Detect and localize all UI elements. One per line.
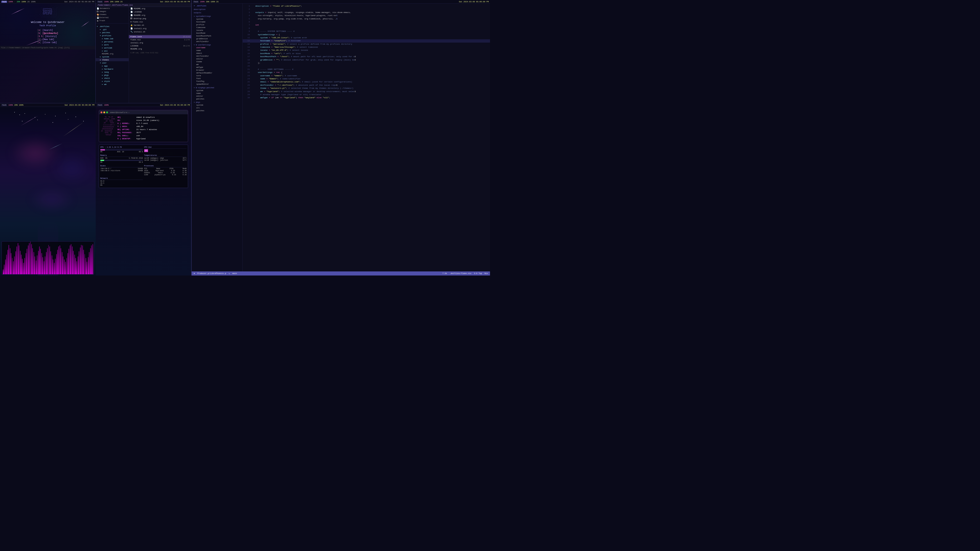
eft-spawnedit[interactable]: spawnEditor bbox=[192, 83, 242, 86]
eft-pkgs-patches[interactable]: patches bbox=[192, 110, 242, 112]
fm-files-panel[interactable]: 📄 README.org 📄 LICENSE 📄 README.org 🖼 de… bbox=[129, 7, 191, 103]
fm-tree-readme-profiles[interactable]: README.org bbox=[96, 52, 129, 55]
fm-tree-dotfiles[interactable]: ▾ .dotfiles bbox=[96, 25, 129, 28]
eft-fontpkg[interactable]: fontPkg bbox=[192, 80, 242, 83]
eft-email[interactable]: email bbox=[192, 52, 242, 55]
nf-stat-uptime: BE| UPTIME: 21 hours 7 minutes bbox=[118, 128, 186, 131]
fm-file-flakenix[interactable]: flake.nix 2.2 K bbox=[129, 38, 191, 41]
fm-file-desktop[interactable]: 🖼 desktop.png bbox=[129, 17, 191, 20]
viz-bar-46 bbox=[55, 259, 56, 274]
q4-workspace[interactable]: Tech bbox=[97, 104, 103, 106]
nf-max-btn[interactable] bbox=[106, 111, 108, 113]
nf-min-btn[interactable] bbox=[103, 111, 105, 113]
editor-file-tree[interactable]: ▾ .dotfiles description outputs ▾ system… bbox=[192, 3, 243, 272]
eft-font[interactable]: font bbox=[192, 77, 242, 80]
eft-timezone[interactable]: timezone bbox=[192, 26, 242, 29]
eft-browser[interactable]: browser bbox=[192, 69, 242, 72]
fm-tree-hardware[interactable]: ▸ hardware bbox=[96, 67, 129, 70]
fm-tree-worklab[interactable]: ▸ worklab bbox=[96, 46, 129, 49]
eft-section-usersettings[interactable]: ▾ W userSettings bbox=[192, 43, 242, 46]
eft-system[interactable]: system bbox=[192, 17, 242, 21]
editor-main: ▾ .dotfiles description outputs ▾ system… bbox=[192, 3, 490, 272]
fm-file-readme3[interactable]: README.org bbox=[129, 48, 191, 51]
fm-file-readme2[interactable]: 📄 README.org bbox=[129, 14, 191, 17]
fm-sidebar-external[interactable]: 💾 External bbox=[96, 16, 129, 19]
fm-tree-git[interactable]: ▸ .git bbox=[96, 28, 129, 31]
fm-tree-user[interactable]: ▾ user bbox=[96, 61, 129, 64]
eft-pkgs-src[interactable]: src bbox=[192, 106, 242, 110]
fm-tree-panel[interactable]: 📄 documents 🖼 images 🎨 themes 💾 External… bbox=[96, 7, 129, 103]
qb-closetab-link[interactable]: [x] [Close tab] bbox=[37, 41, 58, 44]
fm-tree-work[interactable]: ▸ work bbox=[96, 43, 129, 46]
qb-history-link[interactable]: [S h] [History] bbox=[37, 35, 58, 38]
fm-tree-patches[interactable]: ▸ patches bbox=[96, 31, 129, 34]
fm-sidebar-trash[interactable]: 🗑 Trash bbox=[96, 19, 129, 22]
eft-bootmountpath[interactable]: bootMountPath bbox=[192, 35, 242, 37]
fm-file-license[interactable]: 📄 LICENSE bbox=[129, 10, 191, 14]
fm-sidebar-images[interactable]: 🖼 images bbox=[96, 10, 129, 13]
fm-file-readme[interactable]: 📄 README.org bbox=[129, 7, 191, 10]
eft-dotfilesdir2[interactable]: dotfilesDir bbox=[192, 55, 242, 58]
fm-tree-wsl[interactable]: ▸ wsl bbox=[96, 49, 129, 52]
eft-profile[interactable]: profile bbox=[192, 23, 242, 26]
eft-username[interactable]: username bbox=[192, 46, 242, 49]
fm-container: /home/emmet/.dotfiles/flake.nix 📄 docume… bbox=[96, 3, 191, 103]
eft-nix-name[interactable]: name bbox=[192, 92, 242, 95]
fm-tree-personal[interactable]: ▸ personal bbox=[96, 40, 129, 43]
eft-hostname[interactable]: hostname bbox=[192, 21, 242, 23]
eft-section-nixpkgs[interactable]: ▾ W nixpkgs-patched bbox=[192, 86, 242, 89]
eft-pkgs-system[interactable]: system bbox=[192, 104, 242, 106]
fm-tree-profiles[interactable]: ▾ profiles bbox=[96, 34, 129, 37]
eft-wm[interactable]: wm bbox=[192, 63, 242, 66]
fm-tree-lang[interactable]: ▸ lang bbox=[96, 70, 129, 73]
fm-tree-app[interactable]: ▸ app bbox=[96, 64, 129, 67]
eft-nix-system[interactable]: system bbox=[192, 89, 242, 92]
qb-search-link[interactable]: [o] [Search] bbox=[37, 29, 58, 32]
editor-code-area[interactable]: 1 description = "Flake of LibrePhoenix";… bbox=[243, 3, 490, 272]
fm-split: 📄 documents 🖼 images 🎨 themes 💾 External… bbox=[96, 7, 191, 103]
eft-grubdevice[interactable]: grubDevice bbox=[192, 37, 242, 40]
viz-bar-34 bbox=[41, 253, 42, 274]
viz-bar-41 bbox=[49, 246, 50, 274]
fm-tree-themes[interactable]: ▸ themes bbox=[96, 58, 129, 61]
eft-name[interactable]: name bbox=[192, 49, 242, 52]
nf-close-btn[interactable] bbox=[100, 111, 102, 113]
eft-theme[interactable]: theme bbox=[192, 60, 242, 63]
qb-newtab-link[interactable]: [t] [New tab] bbox=[37, 38, 58, 41]
eft-bootmode[interactable]: bootMode bbox=[192, 32, 242, 35]
eft-nix-patches[interactable]: patches bbox=[192, 97, 242, 100]
eft-wmtype[interactable]: wmType bbox=[192, 66, 242, 69]
eft-editor[interactable]: editor bbox=[192, 58, 242, 60]
fm-tree-style[interactable]: ▸ style bbox=[96, 79, 129, 83]
fm-file-harden[interactable]: 🔒 harden.sh bbox=[129, 24, 191, 27]
fm-file-installorg2[interactable]: install.org bbox=[129, 41, 191, 44]
fm-tree-pkgs[interactable]: ▸ pkgs bbox=[96, 73, 129, 76]
editor-workspace[interactable]: Tech bbox=[193, 1, 199, 3]
fm-file-flake[interactable]: ❄ flake.nix bbox=[129, 20, 191, 24]
viz-bar-26 bbox=[32, 248, 33, 274]
eft-section-outputs: outputs bbox=[192, 11, 242, 14]
eft-term[interactable]: term bbox=[192, 75, 242, 77]
eft-dotfilesdir[interactable]: dotfilesDir bbox=[192, 40, 242, 43]
q5-workspace[interactable]: Tech bbox=[1, 104, 7, 106]
eft-dotfiles[interactable]: ▾ .dotfiles bbox=[192, 3, 242, 7]
eft-defaultroamdir[interactable]: defaultRoamDir bbox=[192, 72, 242, 75]
fm-tree-homelab[interactable]: ▸ home.lab bbox=[96, 37, 129, 40]
sm-net-row1: 56.0 bbox=[100, 180, 143, 182]
eft-section-systemsettings[interactable]: ▾ systemSettings bbox=[192, 14, 242, 18]
fm-file-install-org[interactable]: 📄 install.org bbox=[129, 27, 191, 30]
fm-workspace[interactable]: Tech bbox=[97, 1, 103, 3]
fm-tree-shell[interactable]: ▸ shell bbox=[96, 76, 129, 79]
workspace-tag-1[interactable]: Tech bbox=[1, 1, 7, 3]
fm-file-flakelock[interactable]: Flake.lock 27.5 K bbox=[129, 35, 191, 38]
qb-bookmarks-link[interactable]: [b] [Quickmarks] bbox=[37, 32, 58, 35]
eft-nix-editor[interactable]: editor bbox=[192, 95, 242, 97]
eft-locale[interactable]: locale bbox=[192, 29, 242, 32]
eft-section-pkgs[interactable]: ▾ pkgs bbox=[192, 100, 242, 104]
fm-sidebar-documents[interactable]: 📄 documents bbox=[96, 7, 129, 10]
fm-sidebar-themes[interactable]: 🎨 themes bbox=[96, 13, 129, 16]
fm-file-install-sh[interactable]: 🔧 install.sh bbox=[129, 30, 191, 33]
fm-tree-system[interactable]: ▸ system bbox=[96, 55, 129, 58]
fm-file-license2[interactable]: LICENSE 34.2 K bbox=[129, 44, 191, 48]
fm-tree-wm[interactable]: ▸ wm bbox=[96, 83, 129, 86]
